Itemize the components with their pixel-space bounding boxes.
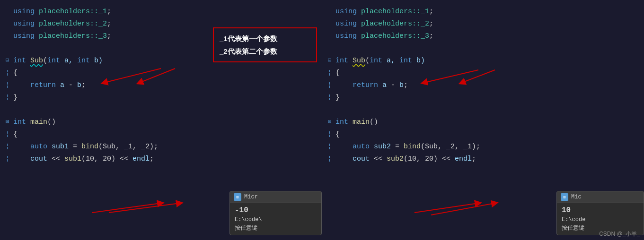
code-line bbox=[328, 43, 638, 55]
left-panel: using placeholders::_1;using placeholder… bbox=[0, 0, 322, 240]
line-prefix: ¦ bbox=[6, 69, 13, 77]
token: Sub bbox=[353, 57, 365, 65]
line-body: { bbox=[335, 129, 638, 140]
line-body: auto sub2 = bind(Sub, _2, _1); bbox=[335, 141, 638, 153]
line-prefix: ⊟ bbox=[328, 118, 335, 127]
line-body: } bbox=[13, 92, 316, 103]
line-body: using placeholders::_1; bbox=[335, 6, 638, 17]
token: ; bbox=[404, 81, 408, 89]
token: () bbox=[370, 118, 378, 126]
token: (Sub, _1, _2) bbox=[98, 143, 154, 151]
token: placeholders::_3 bbox=[39, 32, 107, 40]
token: cout bbox=[13, 155, 52, 163]
svg-line-2 bbox=[92, 203, 161, 213]
line-body: cout << sub2(10, 20) << endl; bbox=[335, 154, 638, 165]
token: ; bbox=[154, 143, 158, 151]
line-body: { bbox=[13, 129, 316, 140]
code-line: ¦{ bbox=[6, 67, 316, 79]
code-line: ⊟int Sub(int a, int b) bbox=[328, 55, 638, 67]
token: b bbox=[399, 81, 404, 89]
terminal-icon-left: ⊞ bbox=[234, 193, 241, 201]
code-line: ¦ auto sub2 = bind(Sub, _2, _1); bbox=[328, 141, 638, 153]
line-body: int main() bbox=[335, 117, 638, 128]
token: Sub bbox=[30, 57, 43, 65]
line-body: { bbox=[13, 68, 316, 79]
token: = bbox=[391, 143, 404, 151]
token: { bbox=[13, 69, 18, 77]
token: << bbox=[442, 155, 455, 163]
token: - bbox=[64, 81, 77, 89]
code-line: ¦ return a - b; bbox=[6, 79, 316, 92]
terminal-title-left: Micr bbox=[244, 194, 258, 200]
code-line: ⊟int main() bbox=[6, 116, 316, 129]
token: int bbox=[77, 57, 94, 65]
code-line: ¦ cout << sub2(10, 20) << endl; bbox=[328, 153, 638, 165]
code-line: ¦ return a - b; bbox=[328, 79, 638, 92]
line-prefix: ¦ bbox=[6, 130, 13, 139]
token: placeholders::_1 bbox=[39, 8, 107, 16]
terminal-title-right: Mic bbox=[571, 194, 582, 200]
token: int bbox=[13, 118, 30, 126]
token: placeholders::_2 bbox=[39, 20, 107, 28]
token: bind bbox=[81, 143, 98, 151]
token: (10, 20) bbox=[404, 155, 442, 163]
code-line: ⊟int main() bbox=[328, 116, 638, 129]
line-prefix: ⊟ bbox=[6, 118, 13, 127]
token: ( bbox=[43, 57, 47, 65]
line-prefix: ¦ bbox=[6, 142, 13, 151]
token: { bbox=[13, 130, 18, 138]
token: return bbox=[13, 81, 60, 89]
code-line: using placeholders::_1; bbox=[6, 6, 316, 18]
line-body: int main() bbox=[13, 117, 316, 128]
token: sub1 bbox=[64, 155, 81, 163]
code-line: using placeholders::_2; bbox=[328, 18, 638, 30]
right-panel: using placeholders::_1;using placeholder… bbox=[322, 0, 644, 240]
token: cout bbox=[335, 155, 374, 163]
annotation-box: _1代表第一个参数 _2代表第二个参数 bbox=[213, 27, 317, 62]
token: = bbox=[69, 143, 81, 151]
token: ; bbox=[107, 32, 111, 40]
token: main bbox=[30, 118, 47, 126]
line-body: return a - b; bbox=[13, 80, 316, 91]
annotation-line2: _2代表第二个参数 bbox=[220, 45, 310, 58]
token: endl bbox=[455, 155, 472, 163]
token: int bbox=[335, 118, 353, 126]
token: using bbox=[13, 20, 39, 28]
token: placeholders::_1 bbox=[361, 8, 429, 16]
terminal-result-left: -10 bbox=[235, 206, 317, 214]
token: ; bbox=[429, 32, 433, 40]
svg-line-3 bbox=[109, 203, 180, 213]
token: main bbox=[353, 118, 370, 126]
token: ; bbox=[107, 8, 111, 16]
code-line bbox=[6, 104, 316, 116]
token: b bbox=[77, 81, 81, 89]
code-line: ¦ cout << sub1(10, 20) << endl; bbox=[6, 153, 316, 165]
token: - bbox=[387, 81, 399, 89]
line-prefix: ¦ bbox=[328, 142, 335, 151]
token: int bbox=[335, 57, 353, 65]
code-line: using placeholders::_1; bbox=[328, 6, 638, 18]
token: sub2 bbox=[374, 143, 391, 151]
token: (Sub, _2, _1) bbox=[421, 143, 476, 151]
token: } bbox=[13, 94, 18, 102]
code-line: ¦{ bbox=[328, 129, 638, 141]
token: b) bbox=[94, 57, 103, 65]
line-prefix: ¦ bbox=[6, 81, 13, 90]
line-body: return a - b; bbox=[335, 80, 638, 91]
terminal-header-right: ⊞ Mic bbox=[557, 191, 644, 203]
token: auto bbox=[13, 143, 52, 151]
terminal-result-right: 10 bbox=[562, 206, 639, 214]
token: a, bbox=[387, 57, 399, 65]
token: ; bbox=[472, 155, 476, 163]
token: ( bbox=[365, 57, 370, 65]
token: using bbox=[335, 20, 361, 28]
code-line: ¦} bbox=[6, 92, 316, 104]
token: << bbox=[120, 155, 132, 163]
token: int bbox=[370, 57, 387, 65]
line-body: using placeholders::_3; bbox=[335, 31, 638, 42]
line-prefix: ¦ bbox=[328, 130, 335, 139]
line-prefix: ¦ bbox=[6, 93, 13, 102]
line-body: auto sub1 = bind(Sub, _1, _2); bbox=[13, 141, 316, 153]
terminal-header-left: ⊞ Micr bbox=[230, 191, 321, 203]
line-body: cout << sub1(10, 20) << endl; bbox=[13, 154, 316, 165]
